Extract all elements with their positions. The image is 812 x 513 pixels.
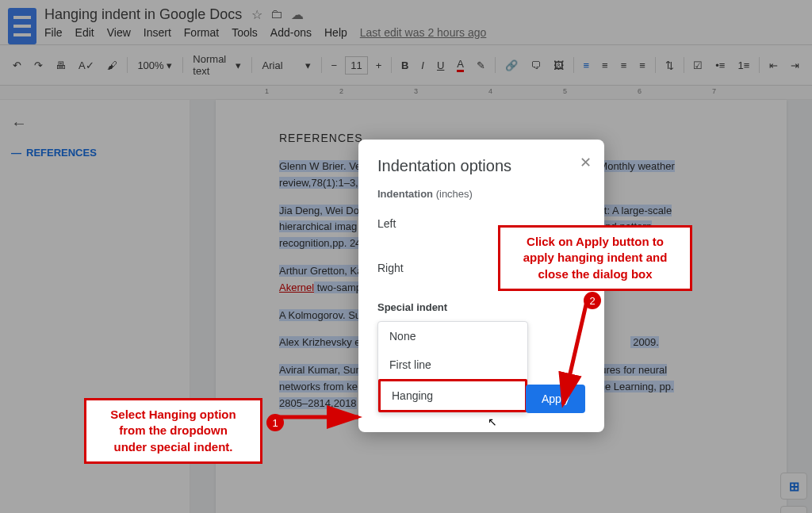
zoom-dropdown[interactable]: 100% ▾ bbox=[132, 56, 177, 75]
feedback-icon[interactable]: ✎ bbox=[780, 506, 807, 513]
toolbar: ↶ ↷ 🖶 A✓ 🖌 100% ▾ Normal text ▾ Arial ▾ … bbox=[0, 44, 812, 86]
indent-increase-icon[interactable]: ⇥ bbox=[786, 56, 804, 75]
ruler-tick: 3 bbox=[414, 87, 418, 95]
align-right-icon[interactable]: ≡ bbox=[616, 56, 632, 75]
text-color-icon[interactable]: A bbox=[452, 55, 469, 75]
callout-badge-2: 2 bbox=[584, 292, 601, 309]
move-icon[interactable]: 🗀 bbox=[270, 7, 283, 22]
line-spacing-icon[interactable]: ⇅ bbox=[661, 56, 679, 75]
docs-logo-icon[interactable] bbox=[8, 8, 36, 44]
ruler-tick: 2 bbox=[339, 87, 343, 95]
redo-icon[interactable]: ↷ bbox=[29, 56, 48, 75]
menu-bar: File Edit View Insert Format Tools Add-o… bbox=[44, 26, 804, 39]
link-icon[interactable]: 🔗 bbox=[500, 56, 523, 75]
align-center-icon[interactable]: ≡ bbox=[597, 56, 613, 75]
menu-insert[interactable]: Insert bbox=[144, 26, 171, 39]
dropdown-option-first-line[interactable]: First line bbox=[378, 350, 527, 379]
number-list-icon[interactable]: 1≡ bbox=[733, 56, 754, 75]
menu-format[interactable]: Format bbox=[184, 26, 219, 39]
align-left-icon[interactable]: ≡ bbox=[578, 56, 594, 75]
last-edit-info[interactable]: Last edit was 2 hours ago bbox=[360, 26, 487, 39]
callout-1: Select Hanging option from the dropdown … bbox=[84, 398, 262, 464]
arrow-1-icon bbox=[279, 409, 374, 428]
menu-help[interactable]: Help bbox=[324, 26, 347, 39]
title-area: Hanging indent in Google Docs ☆ 🗀 ☁ File… bbox=[44, 6, 804, 39]
dropdown-option-hanging[interactable]: Hanging bbox=[378, 379, 527, 412]
menu-view[interactable]: View bbox=[107, 26, 131, 39]
ruler-tick: 4 bbox=[488, 87, 492, 95]
menu-edit[interactable]: Edit bbox=[75, 26, 94, 39]
star-icon[interactable]: ☆ bbox=[251, 7, 262, 22]
undo-icon[interactable]: ↶ bbox=[8, 56, 26, 75]
special-indent-dropdown[interactable]: None First line Hanging bbox=[377, 321, 528, 413]
arrow-2-icon bbox=[553, 301, 601, 415]
indent-decrease-icon[interactable]: ⇤ bbox=[764, 56, 783, 75]
bold-icon[interactable]: B bbox=[396, 56, 413, 75]
paint-format-icon[interactable]: 🖌 bbox=[102, 56, 122, 75]
menu-addons[interactable]: Add-ons bbox=[270, 26, 312, 39]
checklist-icon[interactable]: ☑ bbox=[688, 56, 707, 75]
menu-file[interactable]: File bbox=[44, 26, 63, 39]
image-icon[interactable]: 🖼 bbox=[549, 56, 569, 75]
font-size-minus[interactable]: − bbox=[327, 56, 343, 75]
font-size-plus[interactable]: + bbox=[371, 56, 387, 75]
outline-item[interactable]: —REFERENCES bbox=[11, 147, 178, 159]
dropdown-option-none[interactable]: None bbox=[378, 322, 527, 350]
spellcheck-icon[interactable]: A✓ bbox=[74, 56, 99, 75]
print-icon[interactable]: 🖶 bbox=[51, 56, 71, 75]
bullet-list-icon[interactable]: •≡ bbox=[710, 56, 730, 75]
menu-tools[interactable]: Tools bbox=[232, 26, 258, 39]
explore-icon[interactable]: ⊞ bbox=[780, 473, 807, 500]
align-justify-icon[interactable]: ≡ bbox=[634, 56, 650, 75]
callout-badge-1: 1 bbox=[266, 414, 284, 431]
italic-icon[interactable]: I bbox=[416, 56, 429, 75]
comment-icon[interactable]: 🗨 bbox=[526, 56, 546, 75]
outline-back-icon[interactable]: ← bbox=[11, 114, 178, 132]
font-dropdown[interactable]: Arial ▾ bbox=[257, 56, 316, 75]
ruler: 1 2 3 4 5 6 7 bbox=[0, 86, 812, 100]
cloud-icon[interactable]: ☁ bbox=[291, 7, 304, 22]
svg-line-1 bbox=[563, 301, 587, 404]
close-icon[interactable]: ✕ bbox=[580, 154, 592, 171]
callout-2: Click on Apply button to apply hanging i… bbox=[498, 225, 692, 291]
font-size-input[interactable]: 11 bbox=[345, 56, 367, 75]
underline-icon[interactable]: U bbox=[432, 56, 449, 75]
style-dropdown[interactable]: Normal text ▾ bbox=[187, 50, 246, 80]
dialog-title: Indentation options bbox=[377, 157, 585, 175]
dialog-subtitle: Indentation (inches) bbox=[377, 188, 585, 200]
side-fab: ⊞ ✎ bbox=[780, 473, 807, 513]
doc-title[interactable]: Hanging indent in Google Docs bbox=[44, 6, 242, 23]
ruler-tick: 7 bbox=[712, 87, 716, 95]
ruler-tick: 1 bbox=[265, 87, 269, 95]
ruler-tick: 5 bbox=[563, 87, 567, 95]
cursor-icon: ↖ bbox=[488, 415, 497, 428]
title-bar: Hanging indent in Google Docs ☆ 🗀 ☁ File… bbox=[0, 0, 812, 44]
ruler-tick: 6 bbox=[638, 87, 642, 95]
highlight-icon[interactable]: ✎ bbox=[472, 56, 490, 75]
